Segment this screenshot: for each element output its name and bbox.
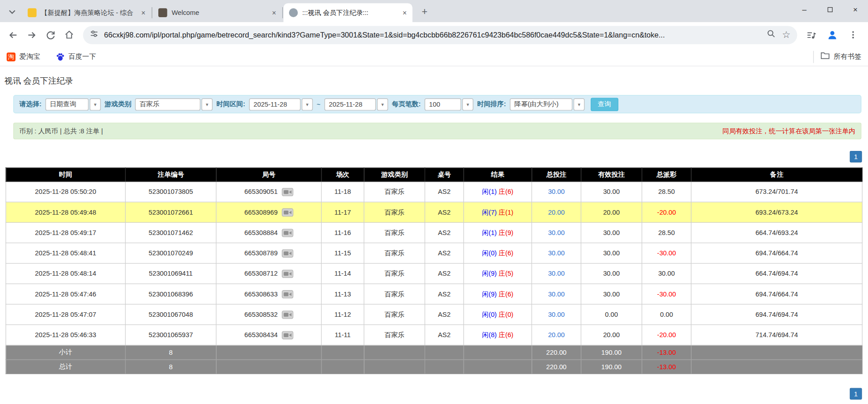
summary-cell: 8 xyxy=(125,345,216,360)
cell-total-bet[interactable]: 20.00 xyxy=(532,202,581,222)
cell-game: 百家乐 xyxy=(364,222,425,243)
round-id: 665308712 xyxy=(244,270,278,277)
cell-total-bet[interactable]: 20.00 xyxy=(532,325,581,345)
summary-cell xyxy=(364,360,425,374)
summary-cell: 220.00 xyxy=(532,360,581,374)
video-icon[interactable] xyxy=(281,188,293,196)
pagination-page-1[interactable]: 1 xyxy=(850,388,862,400)
chevron-down-icon[interactable]: ▾ xyxy=(377,98,388,110)
cell-bet-id: 523001068396 xyxy=(125,284,216,304)
refresh-button[interactable] xyxy=(41,25,60,44)
video-icon[interactable] xyxy=(281,208,293,216)
bookmarks-right: 所有书签 xyxy=(813,51,861,63)
select-mode-combobox[interactable]: 日期查询 ▾ xyxy=(45,98,100,110)
maximize-icon xyxy=(827,7,832,12)
home-button[interactable] xyxy=(60,25,79,44)
menu-button[interactable] xyxy=(844,25,863,44)
chevron-down-icon[interactable]: ▾ xyxy=(574,98,584,110)
cell-total-bet[interactable]: 30.00 xyxy=(532,263,581,284)
round-id-group: 665308789 xyxy=(244,249,293,257)
date-from-combobox[interactable]: 2025-11-28 ▾ xyxy=(249,98,313,110)
tab-search-button[interactable] xyxy=(5,4,20,19)
cell-total-bet[interactable]: 30.00 xyxy=(532,243,581,263)
bookmark-baidu[interactable]: 百度一下 xyxy=(56,52,96,61)
video-icon[interactable] xyxy=(281,331,293,339)
cell-total-bet[interactable]: 30.00 xyxy=(532,222,581,243)
cell-note: 673.24/701.74 xyxy=(691,182,862,202)
profile-avatar[interactable] xyxy=(823,25,842,44)
tab-welcome[interactable]: Welcome × xyxy=(153,3,282,22)
bookmark-star-icon[interactable]: ☆ xyxy=(782,30,791,40)
pagination-page-1[interactable]: 1 xyxy=(850,151,862,163)
summary-cell: 190.00 xyxy=(581,345,642,360)
per-page-value: 100 xyxy=(425,98,461,110)
zoom-icon[interactable] xyxy=(767,29,776,40)
close-tab-icon[interactable]: × xyxy=(400,8,409,17)
close-tab-icon[interactable]: × xyxy=(139,8,148,17)
new-tab-button[interactable]: + xyxy=(417,4,432,19)
cell-time: 2025-11-28 05:48:41 xyxy=(6,243,125,263)
bet-row: 2025-11-28 05:50:20523001073805665309051… xyxy=(6,182,862,202)
media-controls-button[interactable] xyxy=(802,25,821,44)
cell-result: 闲(8) 庄(6) xyxy=(464,325,532,345)
cell-game: 百家乐 xyxy=(364,325,425,345)
chevron-down-icon[interactable]: ▾ xyxy=(201,98,212,110)
cell-game: 百家乐 xyxy=(364,284,425,304)
video-icon[interactable] xyxy=(281,249,293,257)
baidu-paw-icon xyxy=(56,52,65,61)
summary-cell xyxy=(691,345,862,360)
cell-payout: 30.00 xyxy=(642,263,691,284)
game-type-value: 百家乐 xyxy=(135,98,200,110)
round-id: 665308884 xyxy=(244,229,278,236)
tab-bet-records[interactable]: :::视讯 会员下注纪录::: × xyxy=(284,3,413,22)
bet-records-table: 时间 注单编号 局号 场次 游戏类别 桌号 结果 总投注 有效投注 总派彩 备注… xyxy=(5,168,863,374)
cell-total-bet[interactable]: 30.00 xyxy=(532,304,581,324)
back-button[interactable] xyxy=(3,25,22,44)
chevron-down-icon[interactable]: ▾ xyxy=(90,98,100,110)
cell-session: 11-13 xyxy=(321,284,364,304)
cell-session: 11-18 xyxy=(321,182,364,202)
site-info-icon[interactable] xyxy=(90,29,99,40)
video-icon[interactable] xyxy=(281,310,293,319)
cell-bet-id: 523001065937 xyxy=(125,325,216,345)
close-tab-icon[interactable]: × xyxy=(270,8,279,17)
cell-valid-bet: 30.00 xyxy=(581,222,642,243)
game-type-combobox[interactable]: 百家乐 ▾ xyxy=(135,98,213,110)
cell-round-id: 665308434 xyxy=(216,325,322,345)
date-to-combobox[interactable]: 2025-11-28 ▾ xyxy=(324,98,388,110)
forward-button[interactable] xyxy=(22,25,41,44)
result-banker: 庄(5) xyxy=(498,269,513,277)
bookmark-label: 爱淘宝 xyxy=(19,52,40,61)
cell-payout: 0.00 xyxy=(642,304,691,324)
bet-row: 2025-11-28 05:49:17523001071462665308884… xyxy=(6,222,862,243)
col-header-total-bet: 总投注 xyxy=(532,168,581,182)
chevron-down-icon[interactable]: ▾ xyxy=(302,98,313,110)
cell-session: 11-14 xyxy=(321,263,364,284)
col-header-bet-id: 注单编号 xyxy=(125,168,216,182)
col-header-time: 时间 xyxy=(6,168,125,182)
address-bar[interactable]: 66cxkj98.com/ipl/portal.php/game/betreco… xyxy=(83,26,797,44)
per-page-combobox[interactable]: 100 ▾ xyxy=(425,98,474,110)
chevron-down-icon[interactable]: ▾ xyxy=(462,98,473,110)
person-icon xyxy=(827,29,837,40)
video-icon[interactable] xyxy=(281,269,293,277)
cell-valid-bet: 30.00 xyxy=(581,243,642,263)
all-bookmarks-button[interactable]: 所有书签 xyxy=(834,52,861,61)
tab-divider xyxy=(152,7,152,18)
sort-combobox[interactable]: 降幂(由大到小) ▾ xyxy=(510,98,584,110)
bookmark-taobao[interactable]: 淘 爱淘宝 xyxy=(7,52,40,61)
search-button[interactable]: 查询 xyxy=(591,98,618,111)
maximize-button[interactable] xyxy=(817,0,842,19)
tab-forum[interactable]: 【新提醒】海燕策略论坛 - 综合 × xyxy=(22,3,151,22)
cell-result: 闲(7) 庄(1) xyxy=(464,202,532,222)
close-window-button[interactable]: × xyxy=(843,0,868,19)
cell-total-bet[interactable]: 30.00 xyxy=(532,182,581,202)
url-text[interactable]: 66cxkj98.com/ipl/portal.php/game/betreco… xyxy=(104,31,762,39)
select-mode-label: 请选择: xyxy=(19,99,42,109)
cell-total-bet[interactable]: 30.00 xyxy=(532,284,581,304)
video-icon[interactable] xyxy=(281,229,293,237)
cell-round-id: 665308969 xyxy=(216,202,322,222)
date-to-value: 2025-11-28 xyxy=(324,98,376,110)
video-icon[interactable] xyxy=(281,290,293,298)
minimize-button[interactable]: – xyxy=(792,0,817,19)
